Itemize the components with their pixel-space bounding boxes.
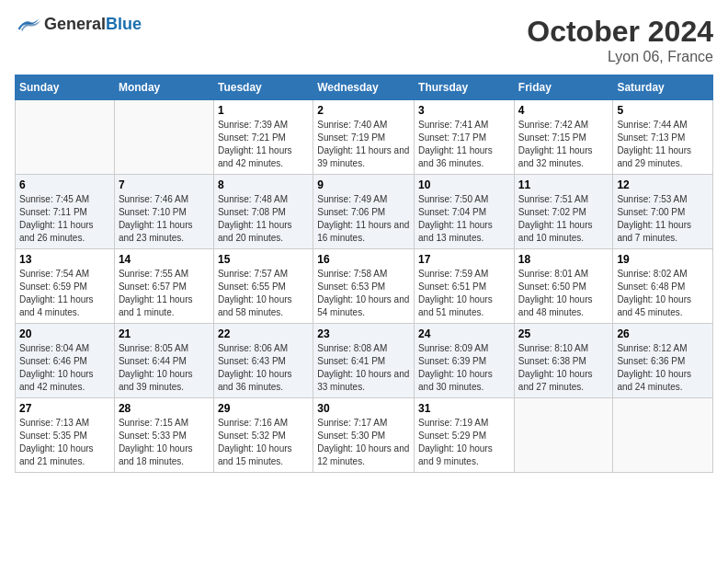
- logo-general: General: [44, 15, 106, 33]
- calendar-cell: 19Sunrise: 8:02 AMSunset: 6:48 PMDayligh…: [613, 249, 713, 324]
- day-info: Sunrise: 7:40 AMSunset: 7:19 PMDaylight:…: [317, 119, 410, 170]
- day-number: 20: [19, 327, 110, 340]
- day-number: 17: [418, 253, 510, 266]
- calendar-cell: 9Sunrise: 7:49 AMSunset: 7:06 PMDaylight…: [313, 175, 415, 249]
- calendar-cell: 21Sunrise: 8:05 AMSunset: 6:44 PMDayligh…: [114, 324, 213, 398]
- calendar-cell: 11Sunrise: 7:51 AMSunset: 7:02 PMDayligh…: [514, 175, 613, 249]
- calendar-table: SundayMondayTuesdayWednesdayThursdayFrid…: [15, 75, 713, 473]
- calendar-cell: 12Sunrise: 7:53 AMSunset: 7:00 PMDayligh…: [613, 175, 713, 249]
- calendar-cell: 24Sunrise: 8:09 AMSunset: 6:39 PMDayligh…: [415, 324, 515, 398]
- day-number: 30: [317, 402, 410, 415]
- day-info: Sunrise: 7:41 AMSunset: 7:17 PMDaylight:…: [418, 119, 510, 170]
- calendar-cell: 26Sunrise: 8:12 AMSunset: 6:36 PMDayligh…: [613, 324, 713, 398]
- day-info: Sunrise: 8:02 AMSunset: 6:48 PMDaylight:…: [617, 268, 709, 319]
- day-number: 21: [119, 327, 210, 340]
- day-info: Sunrise: 7:59 AMSunset: 6:51 PMDaylight:…: [418, 268, 510, 319]
- logo: GeneralBlue: [15, 15, 142, 34]
- weekday-header-thursday: Thursday: [415, 75, 515, 100]
- calendar-week-row: 6Sunrise: 7:45 AMSunset: 7:11 PMDaylight…: [16, 175, 713, 249]
- calendar-cell: 16Sunrise: 7:58 AMSunset: 6:53 PMDayligh…: [313, 249, 415, 324]
- calendar-cell: 7Sunrise: 7:46 AMSunset: 7:10 PMDaylight…: [114, 175, 213, 249]
- day-number: 11: [518, 178, 609, 191]
- day-number: 14: [119, 253, 210, 266]
- calendar-cell: 4Sunrise: 7:42 AMSunset: 7:15 PMDaylight…: [514, 100, 613, 175]
- day-info: Sunrise: 7:49 AMSunset: 7:06 PMDaylight:…: [317, 193, 410, 245]
- day-number: 12: [617, 178, 709, 191]
- day-info: Sunrise: 7:44 AMSunset: 7:13 PMDaylight:…: [617, 119, 709, 170]
- calendar-week-row: 1Sunrise: 7:39 AMSunset: 7:21 PMDaylight…: [16, 100, 713, 175]
- calendar-cell: 3Sunrise: 7:41 AMSunset: 7:17 PMDaylight…: [415, 100, 515, 175]
- calendar-cell: 6Sunrise: 7:45 AMSunset: 7:11 PMDaylight…: [16, 175, 115, 249]
- day-number: 29: [218, 402, 309, 415]
- logo-blue: Blue: [106, 15, 142, 33]
- day-number: 3: [418, 104, 510, 117]
- calendar-cell: 15Sunrise: 7:57 AMSunset: 6:55 PMDayligh…: [213, 249, 313, 324]
- calendar-week-row: 13Sunrise: 7:54 AMSunset: 6:59 PMDayligh…: [16, 249, 713, 324]
- calendar-cell: 17Sunrise: 7:59 AMSunset: 6:51 PMDayligh…: [415, 249, 515, 324]
- month-title: October 2024: [527, 15, 713, 49]
- day-info: Sunrise: 7:19 AMSunset: 5:29 PMDaylight:…: [418, 417, 510, 468]
- day-number: 7: [119, 178, 210, 191]
- day-number: 2: [317, 104, 410, 117]
- calendar-cell: 10Sunrise: 7:50 AMSunset: 7:04 PMDayligh…: [415, 175, 515, 249]
- logo-bird-icon: [15, 16, 40, 34]
- day-number: 16: [317, 253, 410, 266]
- calendar-cell: [613, 398, 713, 473]
- day-number: 19: [617, 253, 709, 266]
- calendar-cell: 1Sunrise: 7:39 AMSunset: 7:21 PMDaylight…: [213, 100, 313, 175]
- day-number: 13: [19, 253, 110, 266]
- day-info: Sunrise: 7:58 AMSunset: 6:53 PMDaylight:…: [317, 268, 410, 319]
- day-number: 5: [617, 104, 709, 117]
- logo-text: GeneralBlue: [44, 15, 142, 34]
- day-info: Sunrise: 7:39 AMSunset: 7:21 PMDaylight:…: [218, 119, 309, 170]
- day-info: Sunrise: 7:17 AMSunset: 5:30 PMDaylight:…: [317, 417, 410, 468]
- day-info: Sunrise: 7:51 AMSunset: 7:02 PMDaylight:…: [518, 193, 609, 245]
- day-number: 9: [317, 178, 410, 191]
- weekday-header-sunday: Sunday: [16, 75, 115, 100]
- weekday-header-wednesday: Wednesday: [313, 75, 415, 100]
- weekday-header-row: SundayMondayTuesdayWednesdayThursdayFrid…: [16, 75, 713, 100]
- day-number: 6: [19, 178, 110, 191]
- day-info: Sunrise: 7:48 AMSunset: 7:08 PMDaylight:…: [218, 193, 309, 245]
- day-number: 23: [317, 327, 410, 340]
- day-number: 1: [218, 104, 309, 117]
- day-info: Sunrise: 8:08 AMSunset: 6:41 PMDaylight:…: [317, 342, 410, 394]
- calendar-cell: 23Sunrise: 8:08 AMSunset: 6:41 PMDayligh…: [313, 324, 415, 398]
- calendar-cell: 27Sunrise: 7:13 AMSunset: 5:35 PMDayligh…: [16, 398, 115, 473]
- day-number: 10: [418, 178, 510, 191]
- calendar-cell: 22Sunrise: 8:06 AMSunset: 6:43 PMDayligh…: [213, 324, 313, 398]
- day-number: 15: [218, 253, 309, 266]
- calendar-cell: 8Sunrise: 7:48 AMSunset: 7:08 PMDaylight…: [213, 175, 313, 249]
- calendar-cell: 25Sunrise: 8:10 AMSunset: 6:38 PMDayligh…: [514, 324, 613, 398]
- calendar-cell: 31Sunrise: 7:19 AMSunset: 5:29 PMDayligh…: [415, 398, 515, 473]
- calendar-cell: 2Sunrise: 7:40 AMSunset: 7:19 PMDaylight…: [313, 100, 415, 175]
- day-number: 25: [518, 327, 609, 340]
- day-number: 31: [418, 402, 510, 415]
- day-info: Sunrise: 8:05 AMSunset: 6:44 PMDaylight:…: [119, 342, 210, 394]
- calendar-cell: 29Sunrise: 7:16 AMSunset: 5:32 PMDayligh…: [213, 398, 313, 473]
- calendar-cell: 5Sunrise: 7:44 AMSunset: 7:13 PMDaylight…: [613, 100, 713, 175]
- day-number: 18: [518, 253, 609, 266]
- day-info: Sunrise: 7:50 AMSunset: 7:04 PMDaylight:…: [418, 193, 510, 245]
- day-info: Sunrise: 8:01 AMSunset: 6:50 PMDaylight:…: [518, 268, 609, 319]
- day-info: Sunrise: 7:13 AMSunset: 5:35 PMDaylight:…: [19, 417, 110, 468]
- day-number: 24: [418, 327, 510, 340]
- title-block: October 2024 Lyon 06, France: [527, 15, 713, 65]
- calendar-cell: 13Sunrise: 7:54 AMSunset: 6:59 PMDayligh…: [16, 249, 115, 324]
- day-number: 28: [119, 402, 210, 415]
- calendar-cell: [114, 100, 213, 175]
- day-info: Sunrise: 7:16 AMSunset: 5:32 PMDaylight:…: [218, 417, 309, 468]
- day-info: Sunrise: 7:57 AMSunset: 6:55 PMDaylight:…: [218, 268, 309, 319]
- day-info: Sunrise: 7:53 AMSunset: 7:00 PMDaylight:…: [617, 193, 709, 245]
- calendar-cell: 14Sunrise: 7:55 AMSunset: 6:57 PMDayligh…: [114, 249, 213, 324]
- day-info: Sunrise: 7:54 AMSunset: 6:59 PMDaylight:…: [19, 268, 110, 319]
- day-info: Sunrise: 8:12 AMSunset: 6:36 PMDaylight:…: [617, 342, 709, 394]
- day-info: Sunrise: 7:45 AMSunset: 7:11 PMDaylight:…: [19, 193, 110, 245]
- day-info: Sunrise: 8:06 AMSunset: 6:43 PMDaylight:…: [218, 342, 309, 394]
- day-info: Sunrise: 8:09 AMSunset: 6:39 PMDaylight:…: [418, 342, 510, 394]
- day-number: 8: [218, 178, 309, 191]
- calendar-cell: 20Sunrise: 8:04 AMSunset: 6:46 PMDayligh…: [16, 324, 115, 398]
- day-number: 27: [19, 402, 110, 415]
- day-info: Sunrise: 8:04 AMSunset: 6:46 PMDaylight:…: [19, 342, 110, 394]
- location-title: Lyon 06, France: [527, 49, 713, 65]
